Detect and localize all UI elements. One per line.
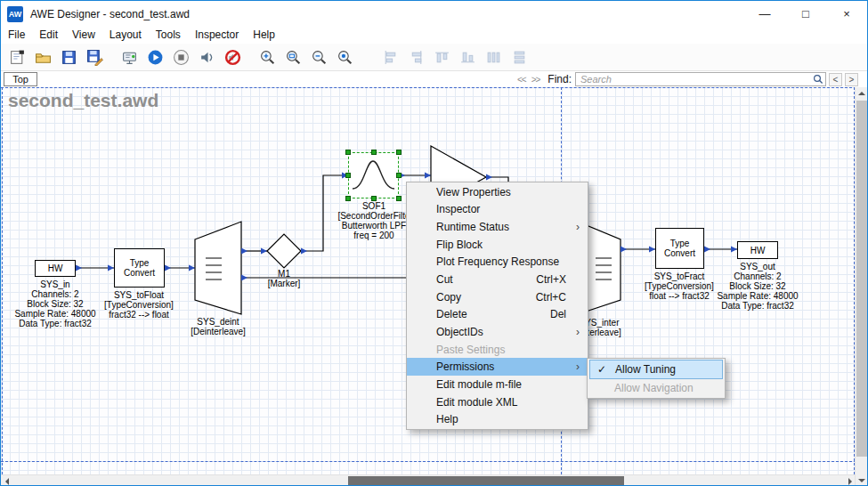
title-bar: AW AWE Designer - second_test.awd — □ × [1, 1, 867, 27]
menu-view[interactable]: View [65, 27, 102, 44]
menu-layout[interactable]: Layout [102, 27, 149, 44]
maximize-button[interactable]: □ [785, 1, 826, 27]
menu-bar: File Edit View Layout Tools Inspector He… [1, 27, 867, 44]
caption-sof1: SOF1 [SecondOrderFilte Butterworth LPF f… [329, 201, 418, 240]
bell-curve-icon [349, 153, 398, 198]
scroll-up-icon[interactable] [856, 87, 868, 100]
caption-sys-out: SYS_out Channels: 2 Block Size: 32 Sampl… [713, 262, 802, 311]
zoom-in-icon[interactable] [256, 45, 280, 69]
scroll-left-icon[interactable] [1, 475, 13, 486]
block-sys-in-label: HW [48, 263, 63, 273]
menu-item-permissions[interactable]: Permissions› [407, 358, 588, 376]
menu-item-flip-block[interactable]: Flip Block [407, 236, 588, 254]
caption-sys-tofloat: SYS_toFloat [TypeConversion] fract32 -->… [94, 290, 183, 320]
app-icon: AW [7, 6, 23, 22]
align-left-icon [378, 45, 402, 69]
menu-item-paste-settings[interactable]: Paste Settings [407, 341, 588, 359]
block-sys-tofract[interactable]: Type Convert [655, 228, 704, 269]
find-prev-button[interactable]: < [829, 73, 842, 86]
toolbar [1, 44, 867, 71]
horizontal-scrollbar[interactable] [1, 474, 856, 486]
submenu-arrow-icon: › [576, 221, 580, 233]
context-menu: View Properties Inspector Runtime Status… [406, 182, 588, 430]
menu-item-inspector[interactable]: Inspector [407, 201, 588, 219]
submenu-item-allow-tuning[interactable]: ✓ Allow Tuning [589, 360, 723, 379]
menu-file[interactable]: File [1, 27, 32, 44]
block-sys-tofloat-label: Type Convert [122, 258, 157, 278]
block-sof1[interactable] [348, 152, 399, 198]
target-connect-icon[interactable] [118, 45, 142, 69]
submenu-item-allow-navigation[interactable]: Allow Navigation [589, 379, 723, 397]
stop-icon[interactable] [169, 45, 193, 69]
caption-sys-deint: SYS_deint [Deinterleave] [174, 317, 263, 336]
vertical-scroll-thumb[interactable] [856, 101, 867, 457]
block-sys-out[interactable]: HW [737, 241, 778, 259]
find-label: Find: [548, 73, 572, 85]
vertical-scrollbar[interactable] [855, 87, 867, 486]
block-m1-shape [267, 234, 301, 268]
zoom-out-icon[interactable] [307, 45, 331, 69]
tab-row: Top << >> Find: < > [1, 71, 867, 87]
block-sys-tofract-label: Type Convert [663, 239, 696, 258]
menu-inspector[interactable]: Inspector [188, 27, 246, 44]
align-bottom-icon [456, 45, 480, 69]
block-sys-deint-shape [195, 222, 241, 314]
app-window: AW AWE Designer - second_test.awd — □ × … [0, 0, 868, 486]
run-icon[interactable] [143, 45, 167, 69]
new-design-icon[interactable] [5, 45, 29, 69]
block-sys-out-label: HW [750, 246, 766, 255]
menu-item-edit-module-m-file[interactable]: Edit module m-file [407, 376, 588, 393]
horizontal-scroll-thumb[interactable] [348, 476, 624, 486]
menu-item-cut[interactable]: CutCtrl+X [407, 271, 588, 288]
submenu-arrow-icon: › [576, 360, 580, 373]
caption-m1: M1 [Marker] [239, 269, 329, 288]
find-prev-all-button[interactable]: << [517, 75, 526, 85]
menu-item-runtime-status[interactable]: Runtime Status› [407, 218, 588, 236]
submenu-arrow-icon: › [576, 326, 580, 338]
menu-item-help[interactable]: Help [407, 410, 588, 428]
canvas-title: second_test.awd [8, 90, 158, 111]
design-canvas[interactable]: second_test.awd [1, 87, 856, 474]
menu-item-objectids[interactable]: ObjectIDs› [407, 323, 588, 341]
distribute-horizontal-icon [482, 45, 506, 69]
search-icon[interactable] [813, 74, 823, 87]
menu-tools[interactable]: Tools [149, 27, 188, 44]
find-next-button[interactable]: > [845, 73, 858, 86]
caption-sys-tofract: SYS_toFract [TypeConversion] float --> f… [635, 271, 724, 301]
caption-sys-in: SYS_in Channels: 2 Block Size: 32 Sample… [11, 279, 100, 328]
find-next-all-button[interactable]: >> [531, 75, 540, 85]
checkmark-icon: ✓ [597, 363, 606, 376]
open-icon[interactable] [31, 45, 55, 69]
window-title: AWE Designer - second_test.awd [30, 8, 190, 20]
audio-config-icon[interactable] [195, 45, 219, 69]
block-sys-in[interactable]: HW [35, 260, 76, 277]
zoom-fit-icon[interactable] [333, 45, 357, 69]
find-bar: << >> Find: < > [515, 71, 858, 87]
save-as-icon[interactable] [83, 45, 107, 69]
menu-item-plot-frequency-response[interactable]: Plot Frequency Response [407, 254, 588, 271]
menu-item-view-properties[interactable]: View Properties [407, 183, 588, 201]
tab-top[interactable]: Top [4, 72, 37, 86]
permissions-submenu: ✓ Allow Tuning Allow Navigation [587, 358, 726, 399]
align-right-icon [404, 45, 428, 69]
zoom-window-icon[interactable] [281, 45, 305, 69]
minimize-button[interactable]: — [744, 1, 785, 27]
menu-item-copy[interactable]: CopyCtrl+C [407, 288, 588, 306]
align-top-icon [430, 45, 454, 69]
close-button[interactable]: × [826, 1, 867, 27]
block-sys-tofloat[interactable]: Type Convert [114, 248, 165, 288]
menu-edit[interactable]: Edit [32, 27, 65, 44]
find-input[interactable] [575, 72, 826, 86]
distribute-vertical-icon [507, 45, 531, 69]
save-icon[interactable] [57, 45, 81, 69]
menu-help[interactable]: Help [246, 27, 282, 44]
menu-item-delete[interactable]: DeleteDel [407, 305, 588, 323]
halt-audio-icon[interactable] [221, 45, 245, 69]
menu-item-edit-module-xml[interactable]: Edit module XML [407, 393, 588, 411]
scroll-down-icon[interactable] [856, 474, 868, 486]
